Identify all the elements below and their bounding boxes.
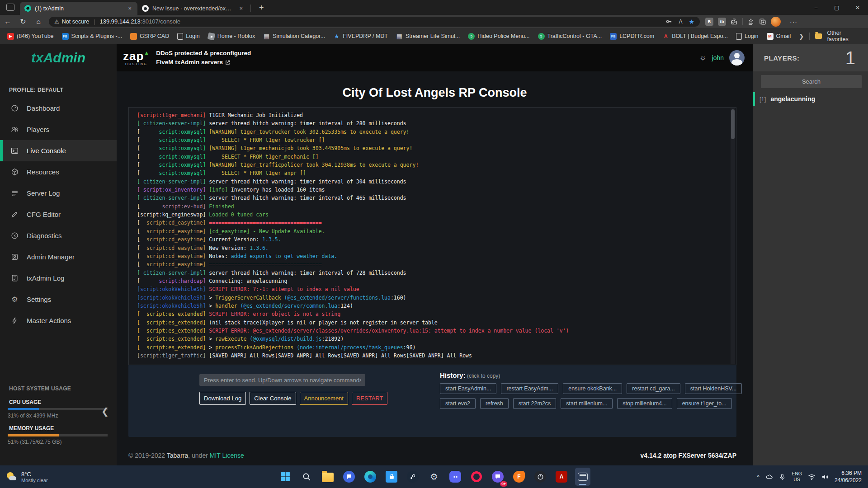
discord-icon[interactable] [448,468,463,486]
announcement-button[interactable]: Announcement [300,392,348,405]
user-avatar[interactable] [729,50,745,66]
sidebar-item-txadmin-log[interactable]: txAdmin Log [0,267,117,289]
zap-banner[interactable]: DDoS protected & preconfigured FiveM txA… [156,49,251,67]
console-log[interactable]: [script:t1ger_mechani]T1GER Mechanic Job… [128,107,736,365]
volume-icon[interactable] [821,474,829,480]
address-bar[interactable]: ⚠ Not secure | 139.99.144.213 :30107/con… [49,17,700,27]
history-command-button[interactable]: start evo2 [440,398,476,409]
close-button[interactable]: ✕ [847,0,868,15]
windows-start-icon[interactable] [278,468,293,486]
sidebar-item-settings[interactable]: ⚙Settings [0,289,117,310]
bookmark-item[interactable]: ▶(846) YouTube [7,33,54,40]
sidebar-collapse-icon[interactable]: ❮ [101,406,109,417]
tab-close-icon[interactable]: × [238,5,244,12]
favorite-star-icon[interactable]: ★ [689,18,694,25]
command-input[interactable] [199,374,365,386]
bookmark-item[interactable]: Login [736,33,759,40]
bookmark-item[interactable]: 5TrafficControl - GTA... [538,33,602,40]
sidebar-item-cfg-editor[interactable]: CFG Editor [0,204,117,225]
players-search-input[interactable] [761,75,862,88]
theme-toggle-sun-icon[interactable]: ☼ [699,53,707,62]
language-indicator[interactable]: ENGUS [792,471,802,483]
console-scrollbar[interactable] [731,108,735,364]
other-favorites-folder-icon[interactable] [815,33,822,39]
bookmark-item[interactable]: ABOLT | Budget Espo... [662,33,728,40]
bookmark-item[interactable]: GSRP CAD [130,33,169,40]
other-favorites-label[interactable]: Other favorites [827,30,861,42]
sidebar-item-live-console[interactable]: Live Console [0,140,117,161]
settings-gear-icon[interactable]: ⚙ [426,468,442,486]
browser-menu-icon[interactable]: ··· [790,18,797,25]
txadmin-logo[interactable]: txAdmin [0,44,117,71]
browser-profile-avatar[interactable] [771,17,781,27]
security-label[interactable]: Not secure [62,19,89,25]
bookmark-item[interactable]: FBLCPDFR.com [610,33,654,40]
bookmark-item[interactable]: ▦Streamer Life Simul... [396,33,460,40]
sidebar-item-admin-manager[interactable]: Admin Manager [0,246,117,267]
minimize-button[interactable]: – [806,0,826,15]
fivem-icon[interactable]: F [511,468,527,486]
header-username[interactable]: john [712,54,724,61]
player-row[interactable]: [1]angelacunning [753,92,868,106]
tray-chevron-icon[interactable]: ^ [757,474,760,480]
tab-github-issue[interactable]: New Issue · overextended/ox_inv × [137,2,249,15]
sidebar-item-diagnostics[interactable]: Diagnostics [0,225,117,246]
active-window-icon[interactable] [575,468,590,486]
steam-icon[interactable] [405,468,420,486]
history-command-button[interactable]: restart cd_gara... [627,383,680,394]
edge-browser-icon[interactable] [363,468,378,486]
bookmarks-overflow-icon[interactable]: ❯ [799,33,804,40]
messenger-icon[interactable]: 9+ [490,468,505,486]
workspaces-icon[interactable] [6,4,14,11]
tab-close-icon[interactable]: × [127,5,133,12]
maximize-button[interactable]: ▢ [826,0,847,15]
bookmark-item[interactable]: Login [177,33,200,40]
zap-banner-line2[interactable]: FiveM txAdmin servers [156,58,223,67]
add-to-collections-icon[interactable] [759,18,766,25]
bookmark-item[interactable]: FBScripts & Plugins -... [62,33,123,40]
microsoft-store-icon[interactable] [384,468,399,486]
clear-console-button[interactable]: Clear Console [250,392,296,405]
extension-tampermonkey-icon[interactable]: tb [718,18,726,26]
adobe-acrobat-icon[interactable]: A [554,468,569,486]
sidebar-item-master-actions[interactable]: Master Actions [0,310,117,331]
mit-license-link[interactable]: MIT License [210,452,244,459]
restart-button[interactable]: RESTART [352,392,387,405]
weather-widget[interactable]: 8°C Mostly clear [6,471,106,483]
history-command-button[interactable]: ensure okokBank... [563,383,622,394]
history-command-button[interactable]: start EasyAdmin... [440,383,496,394]
extension-r-icon[interactable]: R [705,18,713,26]
sidebar-item-dashboard[interactable]: Dashboard [0,98,117,119]
history-command-button[interactable]: start 22m2cs [513,398,557,409]
back-icon[interactable]: ← [0,18,15,26]
search-icon[interactable] [299,468,314,486]
password-key-icon[interactable] [665,18,672,25]
extensions-puzzle-icon[interactable] [731,18,738,25]
scrollbar-thumb[interactable] [731,109,735,139]
onedrive-cloud-icon[interactable] [765,473,773,481]
sidebar-item-server-log[interactable]: Server Log [0,183,117,204]
sidebar-item-resources[interactable]: Resources [0,161,117,183]
home-icon[interactable]: ⌂ [31,18,46,26]
teams-chat-icon[interactable] [341,468,357,486]
collections-icon[interactable] [747,18,755,25]
obs-studio-icon[interactable] [533,468,548,486]
bookmark-item[interactable]: Home - Roblox [208,33,255,40]
microphone-icon[interactable] [779,474,786,480]
read-aloud-icon[interactable]: A [679,19,682,25]
taskbar-clock[interactable]: 6:36 PM24/06/2022 [835,469,862,484]
sidebar-item-players[interactable]: Players [0,119,117,140]
history-command-button[interactable]: start HoldenHSV... [685,383,742,394]
refresh-icon[interactable]: ↻ [15,17,31,26]
history-command-button[interactable]: refresh [480,398,509,409]
new-tab-button[interactable]: + [255,3,268,13]
tab-txadmin[interactable]: (1) txAdmin × [20,2,137,15]
bookmark-item[interactable]: 5Hideo Police Menu... [468,33,529,40]
history-command-button[interactable]: ensure t1ger_to... [677,398,732,409]
download-log-button[interactable]: Download Log [199,392,246,405]
file-explorer-icon[interactable] [320,468,335,486]
zap-hosting-logo[interactable]: zap▲ HOSTING [123,50,150,66]
bookmark-item[interactable]: MGmail [767,33,791,40]
bookmark-item[interactable]: ★FIVEPDRP / MDT [333,33,388,40]
history-command-button[interactable]: start millenium... [561,398,613,409]
